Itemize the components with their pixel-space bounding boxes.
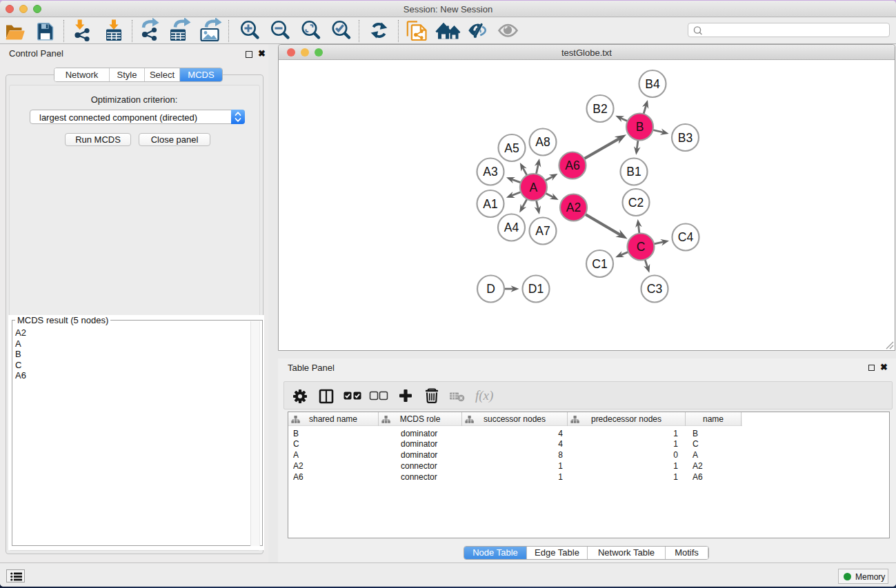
svg-text:B4: B4 [645, 77, 660, 91]
svg-text:C3: C3 [647, 282, 662, 296]
svg-text:C2: C2 [628, 196, 644, 210]
svg-text:C4: C4 [678, 230, 694, 244]
svg-text:B1: B1 [626, 165, 641, 179]
svg-text:A3: A3 [483, 165, 497, 179]
svg-text:A7: A7 [535, 224, 550, 238]
svg-text:A5: A5 [504, 141, 519, 155]
svg-text:A1: A1 [483, 197, 497, 211]
svg-text:A2: A2 [566, 201, 581, 214]
svg-text:B3: B3 [678, 131, 693, 145]
svg-text:A: A [530, 181, 538, 194]
svg-text:A8: A8 [535, 135, 550, 149]
svg-text:C1: C1 [592, 257, 607, 271]
svg-text:D: D [486, 282, 495, 296]
svg-text:C: C [637, 240, 646, 254]
svg-text:A4: A4 [504, 221, 519, 234]
svg-text:D1: D1 [528, 282, 544, 296]
svg-text:B: B [636, 120, 644, 134]
svg-text:A6: A6 [565, 159, 579, 172]
svg-text:B2: B2 [593, 102, 607, 116]
